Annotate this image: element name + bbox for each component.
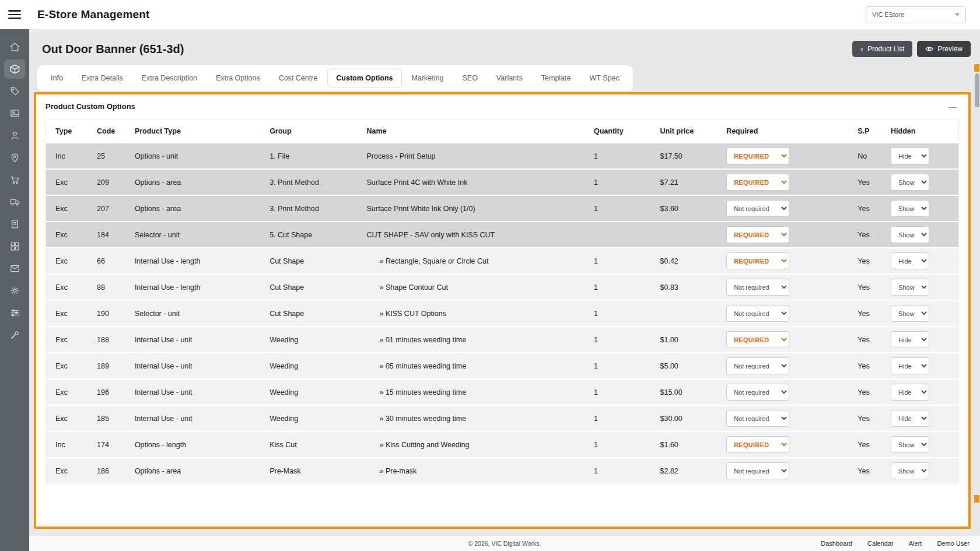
sidebar-item-sliders[interactable]	[4, 303, 25, 322]
hidden-select[interactable]: Show	[891, 174, 929, 191]
footer-link-dashboard[interactable]: Dashboard	[821, 540, 852, 547]
tab-cost-centre[interactable]: Cost Centre	[270, 69, 327, 87]
required-select-cell: Not required	[717, 353, 848, 379]
hidden-select[interactable]: Show	[891, 279, 929, 296]
panel-title: Product Custom Options	[46, 102, 135, 111]
column-header-required: Required	[717, 120, 848, 143]
option-group: Cut Shape	[260, 300, 357, 327]
footer-link-demo-user[interactable]: Demo User	[937, 540, 970, 547]
required-select[interactable]: Not required	[726, 384, 789, 401]
hidden-select[interactable]: Show	[891, 226, 929, 243]
required-select[interactable]: Not required	[726, 357, 789, 374]
hidden-select[interactable]: Hide	[891, 148, 929, 164]
sidebar-item-truck[interactable]	[4, 192, 25, 212]
tab-extra-options[interactable]: Extra Options	[207, 69, 269, 87]
hidden-select[interactable]: Show	[891, 462, 929, 479]
tab-extra-description[interactable]: Extra Description	[133, 69, 206, 87]
option-code: 189	[88, 353, 125, 379]
footer-link-alert[interactable]: Alert	[909, 540, 922, 547]
gear-icon	[9, 285, 20, 296]
option-name: » 05 minutes weeding time	[357, 353, 584, 379]
hidden-select[interactable]: Hide	[891, 357, 929, 374]
collapse-icon[interactable]: —	[949, 103, 957, 111]
sidebar-item-invoice[interactable]	[4, 215, 25, 234]
tab-template[interactable]: Template	[533, 69, 580, 87]
sidebar-item-gear[interactable]	[4, 281, 25, 300]
store-selector[interactable]: VIC EStore	[866, 6, 966, 23]
sidebar-item-home[interactable]	[4, 37, 25, 57]
option-product-type: Options - unit	[125, 143, 260, 169]
hidden-select[interactable]: Hide	[891, 252, 929, 269]
sidebar-item-map-pin[interactable]	[4, 148, 25, 167]
tab-seo[interactable]: SEO	[453, 69, 486, 87]
sidebar-item-package[interactable]	[4, 59, 25, 79]
required-select[interactable]: Not required	[726, 410, 789, 427]
tab-info[interactable]: Info	[42, 69, 72, 87]
required-select[interactable]: REQUIRED	[726, 226, 789, 243]
required-select-cell: Not required	[717, 274, 848, 300]
hidden-select[interactable]: Hide	[891, 410, 929, 427]
sidebar-item-image[interactable]	[4, 104, 25, 123]
hidden-select[interactable]: Hide	[891, 384, 929, 401]
store-selector-value: VIC EStore	[872, 11, 904, 18]
option-sp: Yes	[848, 458, 881, 484]
menu-icon[interactable]	[8, 10, 21, 19]
scrollbar-thumb[interactable]	[975, 73, 979, 107]
required-select[interactable]: REQUIRED	[726, 436, 789, 453]
column-header-s-p: S.P	[848, 120, 881, 143]
option-type: Exc	[46, 379, 88, 405]
option-group: 5. Cut Shape	[260, 222, 357, 248]
option-group: 3. Print Method	[260, 169, 357, 195]
option-code: 207	[88, 195, 125, 222]
tab-variants[interactable]: Variants	[488, 69, 531, 87]
option-unit-price: $17.50	[651, 143, 718, 169]
invoice-icon	[9, 219, 20, 230]
sidebar-item-cart[interactable]	[4, 170, 25, 189]
option-quantity: 1	[584, 458, 651, 484]
scrollbar-cap-top	[974, 64, 979, 72]
option-product-type: Internal Use - unit	[125, 379, 260, 405]
option-unit-price: $1.00	[651, 327, 718, 353]
option-unit-price: $2.82	[651, 458, 718, 484]
tab-custom-options[interactable]: Custom Options	[327, 69, 401, 87]
option-type: Exc	[46, 195, 88, 222]
sidebar-item-mail[interactable]	[4, 259, 25, 278]
hidden-select[interactable]: Show	[891, 200, 929, 217]
required-select[interactable]: REQUIRED	[726, 331, 789, 348]
sidebar-item-wrench[interactable]	[4, 325, 25, 345]
sidebar-item-tag[interactable]	[4, 82, 25, 101]
footer-link-calendar[interactable]: Calendar	[867, 540, 894, 547]
hidden-select-cell: Hide	[881, 327, 958, 353]
hidden-select[interactable]: Show	[891, 436, 929, 453]
tab-wt-spec[interactable]: WT Spec	[581, 69, 628, 87]
footer-links: DashboardCalendarAlertDemo User	[821, 540, 980, 547]
product-list-button[interactable]: ‹ Product List	[852, 41, 912, 57]
tab-extra-details[interactable]: Extra Details	[73, 69, 132, 87]
option-unit-price	[651, 222, 718, 248]
hidden-select[interactable]: Hide	[891, 331, 929, 348]
hidden-select[interactable]: Show	[891, 305, 929, 322]
custom-options-table: TypeCodeProduct TypeGroupNameQuantityUni…	[46, 119, 959, 485]
required-select[interactable]: Not required	[726, 462, 789, 479]
page-actions: ‹ Product List Preview	[852, 41, 971, 57]
tab-marketing[interactable]: Marketing	[403, 69, 453, 87]
sidebar-item-grid[interactable]	[4, 237, 25, 256]
required-select[interactable]: REQUIRED	[726, 174, 789, 191]
required-select-cell: Not required	[717, 195, 848, 222]
required-select[interactable]: REQUIRED	[726, 252, 789, 269]
required-select-cell: Not required	[717, 405, 848, 431]
image-icon	[9, 108, 20, 119]
required-select[interactable]: Not required	[726, 200, 789, 217]
required-select[interactable]: REQUIRED	[726, 148, 789, 164]
option-code: 184	[88, 222, 125, 248]
required-select-cell: REQUIRED	[717, 327, 848, 353]
sidebar-item-user[interactable]	[4, 126, 25, 145]
required-select[interactable]: Not required	[726, 279, 789, 296]
preview-button[interactable]: Preview	[917, 41, 971, 57]
required-select[interactable]: Not required	[726, 305, 789, 322]
option-name: Process - Print Setup	[357, 143, 584, 169]
option-group: Weeding	[260, 405, 357, 431]
option-quantity: 1	[584, 274, 651, 300]
hidden-select-cell: Hide	[881, 248, 958, 274]
main-content: Out Door Banner (651-3d) ‹ Product List …	[29, 29, 980, 551]
